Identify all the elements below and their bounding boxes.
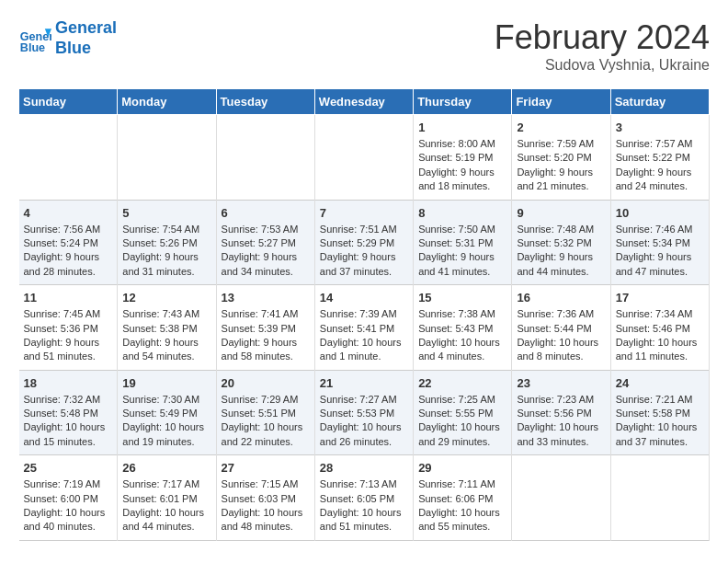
day-info: Sunrise: 7:11 AM Sunset: 6:06 PM Dayligh…: [418, 477, 506, 534]
calendar-cell: [314, 115, 413, 201]
calendar-cell: 4Sunrise: 7:56 AM Sunset: 5:24 PM Daylig…: [19, 200, 118, 285]
calendar-cell: 3Sunrise: 7:57 AM Sunset: 5:22 PM Daylig…: [610, 115, 709, 201]
day-info: Sunrise: 7:25 AM Sunset: 5:55 PM Dayligh…: [418, 393, 506, 450]
weekday-header-row: SundayMondayTuesdayWednesdayThursdayFrid…: [19, 89, 710, 115]
calendar-cell: 19Sunrise: 7:30 AM Sunset: 5:49 PM Dayli…: [118, 370, 216, 455]
day-number: 3: [616, 121, 704, 134]
calendar-cell: 17Sunrise: 7:34 AM Sunset: 5:46 PM Dayli…: [610, 285, 709, 371]
calendar-cell: 8Sunrise: 7:50 AM Sunset: 5:31 PM Daylig…: [414, 200, 512, 285]
calendar-week-1: 1Sunrise: 8:00 AM Sunset: 5:19 PM Daylig…: [19, 115, 710, 201]
weekday-header-sunday: Sunday: [19, 89, 118, 115]
day-info: Sunrise: 7:54 AM Sunset: 5:26 PM Dayligh…: [122, 223, 210, 280]
weekday-header-wednesday: Wednesday: [314, 89, 413, 115]
calendar-cell: 16Sunrise: 7:36 AM Sunset: 5:44 PM Dayli…: [512, 285, 610, 371]
calendar-cell: 6Sunrise: 7:53 AM Sunset: 5:27 PM Daylig…: [216, 200, 314, 285]
calendar-header: SundayMondayTuesdayWednesdayThursdayFrid…: [19, 89, 710, 115]
weekday-header-thursday: Thursday: [414, 89, 512, 115]
day-info: Sunrise: 7:21 AM Sunset: 5:58 PM Dayligh…: [616, 393, 704, 450]
day-number: 13: [222, 291, 310, 304]
calendar-cell: 5Sunrise: 7:54 AM Sunset: 5:26 PM Daylig…: [118, 200, 216, 285]
day-number: 12: [122, 291, 210, 304]
day-number: 21: [320, 376, 408, 390]
day-info: Sunrise: 7:29 AM Sunset: 5:51 PM Dayligh…: [222, 393, 310, 450]
title-block: February 2024 Sudova Vyshnia, Ukraine: [495, 18, 710, 74]
day-number: 2: [517, 121, 605, 134]
logo-wordmark: General Blue: [55, 18, 117, 58]
day-number: 28: [320, 461, 408, 475]
day-info: Sunrise: 7:32 AM Sunset: 5:48 PM Dayligh…: [24, 393, 113, 450]
day-info: Sunrise: 7:27 AM Sunset: 5:53 PM Dayligh…: [320, 393, 408, 450]
calendar-cell: 22Sunrise: 7:25 AM Sunset: 5:55 PM Dayli…: [414, 370, 512, 455]
day-number: 27: [222, 461, 310, 475]
calendar-cell: 24Sunrise: 7:21 AM Sunset: 5:58 PM Dayli…: [610, 370, 709, 455]
day-number: 24: [616, 376, 704, 390]
weekday-header-monday: Monday: [118, 89, 216, 115]
weekday-header-friday: Friday: [512, 89, 610, 115]
calendar-table: SundayMondayTuesdayWednesdayThursdayFrid…: [18, 88, 710, 541]
day-number: 8: [418, 206, 506, 220]
calendar-cell: [610, 455, 709, 541]
day-number: 15: [418, 291, 506, 304]
day-info: Sunrise: 7:34 AM Sunset: 5:46 PM Dayligh…: [616, 307, 704, 364]
calendar-cell: 14Sunrise: 7:39 AM Sunset: 5:41 PM Dayli…: [314, 285, 413, 371]
calendar-week-2: 4Sunrise: 7:56 AM Sunset: 5:24 PM Daylig…: [19, 200, 710, 285]
day-number: 14: [320, 291, 408, 304]
calendar-week-4: 18Sunrise: 7:32 AM Sunset: 5:48 PM Dayli…: [19, 370, 710, 455]
calendar-cell: [512, 455, 610, 541]
calendar-cell: 28Sunrise: 7:13 AM Sunset: 6:05 PM Dayli…: [314, 455, 413, 541]
day-number: 7: [320, 206, 408, 220]
day-info: Sunrise: 7:17 AM Sunset: 6:01 PM Dayligh…: [122, 477, 210, 534]
day-info: Sunrise: 7:56 AM Sunset: 5:24 PM Dayligh…: [24, 223, 113, 280]
calendar-week-5: 25Sunrise: 7:19 AM Sunset: 6:00 PM Dayli…: [19, 455, 710, 541]
calendar-cell: 10Sunrise: 7:46 AM Sunset: 5:34 PM Dayli…: [610, 200, 709, 285]
day-info: Sunrise: 7:41 AM Sunset: 5:39 PM Dayligh…: [222, 307, 310, 364]
logo: General Blue General Blue: [18, 18, 117, 58]
day-info: Sunrise: 7:15 AM Sunset: 6:03 PM Dayligh…: [222, 477, 310, 534]
day-info: Sunrise: 7:43 AM Sunset: 5:38 PM Dayligh…: [122, 307, 210, 364]
day-info: Sunrise: 8:00 AM Sunset: 5:19 PM Dayligh…: [418, 137, 506, 194]
day-info: Sunrise: 7:39 AM Sunset: 5:41 PM Dayligh…: [320, 307, 408, 364]
calendar-cell: [19, 115, 118, 201]
calendar-cell: 7Sunrise: 7:51 AM Sunset: 5:29 PM Daylig…: [314, 200, 413, 285]
day-number: 20: [222, 376, 310, 390]
day-number: 10: [616, 206, 704, 220]
day-number: 23: [517, 376, 605, 390]
calendar-cell: [216, 115, 314, 201]
calendar-cell: 12Sunrise: 7:43 AM Sunset: 5:38 PM Dayli…: [118, 285, 216, 371]
day-info: Sunrise: 7:19 AM Sunset: 6:00 PM Dayligh…: [24, 477, 113, 534]
calendar-cell: 26Sunrise: 7:17 AM Sunset: 6:01 PM Dayli…: [118, 455, 216, 541]
day-number: 25: [24, 461, 113, 475]
day-info: Sunrise: 7:38 AM Sunset: 5:43 PM Dayligh…: [418, 307, 506, 364]
day-number: 5: [122, 206, 210, 220]
day-number: 18: [24, 376, 113, 390]
calendar-cell: 23Sunrise: 7:23 AM Sunset: 5:56 PM Dayli…: [512, 370, 610, 455]
day-info: Sunrise: 7:53 AM Sunset: 5:27 PM Dayligh…: [222, 223, 310, 280]
calendar-cell: 20Sunrise: 7:29 AM Sunset: 5:51 PM Dayli…: [216, 370, 314, 455]
day-number: 4: [24, 206, 113, 220]
svg-text:Blue: Blue: [20, 41, 45, 54]
day-info: Sunrise: 7:59 AM Sunset: 5:20 PM Dayligh…: [517, 137, 605, 194]
day-number: 17: [616, 291, 704, 304]
calendar-cell: 25Sunrise: 7:19 AM Sunset: 6:00 PM Dayli…: [19, 455, 118, 541]
calendar-cell: 21Sunrise: 7:27 AM Sunset: 5:53 PM Dayli…: [314, 370, 413, 455]
calendar-cell: [118, 115, 216, 201]
calendar-cell: 15Sunrise: 7:38 AM Sunset: 5:43 PM Dayli…: [414, 285, 512, 371]
day-number: 29: [418, 461, 506, 475]
page-header: General Blue General Blue February 2024 …: [18, 18, 710, 74]
weekday-header-saturday: Saturday: [610, 89, 709, 115]
calendar-cell: 13Sunrise: 7:41 AM Sunset: 5:39 PM Dayli…: [216, 285, 314, 371]
location-subtitle: Sudova Vyshnia, Ukraine: [495, 57, 710, 74]
day-number: 6: [222, 206, 310, 220]
day-number: 26: [122, 461, 210, 475]
calendar-cell: 18Sunrise: 7:32 AM Sunset: 5:48 PM Dayli…: [19, 370, 118, 455]
day-info: Sunrise: 7:51 AM Sunset: 5:29 PM Dayligh…: [320, 223, 408, 280]
calendar-cell: 11Sunrise: 7:45 AM Sunset: 5:36 PM Dayli…: [19, 285, 118, 371]
calendar-cell: 9Sunrise: 7:48 AM Sunset: 5:32 PM Daylig…: [512, 200, 610, 285]
day-number: 16: [517, 291, 605, 304]
day-info: Sunrise: 7:30 AM Sunset: 5:49 PM Dayligh…: [122, 393, 210, 450]
calendar-cell: 1Sunrise: 8:00 AM Sunset: 5:19 PM Daylig…: [414, 115, 512, 201]
day-number: 1: [418, 121, 506, 134]
calendar-cell: 2Sunrise: 7:59 AM Sunset: 5:20 PM Daylig…: [512, 115, 610, 201]
day-info: Sunrise: 7:57 AM Sunset: 5:22 PM Dayligh…: [616, 137, 704, 194]
day-info: Sunrise: 7:23 AM Sunset: 5:56 PM Dayligh…: [517, 393, 605, 450]
